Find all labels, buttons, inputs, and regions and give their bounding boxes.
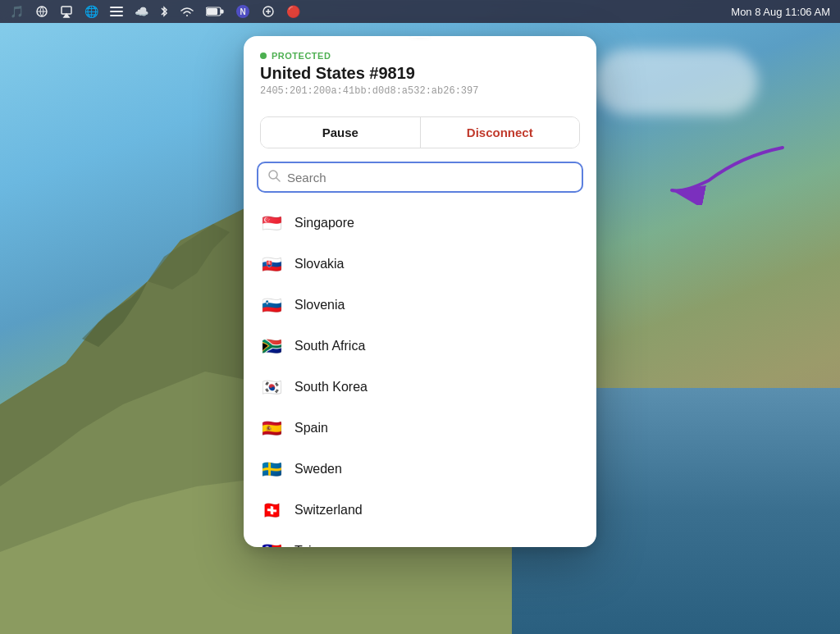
menubar-icon-multicolor[interactable]: 🔴: [286, 5, 300, 18]
menubar-icon-battery[interactable]: [206, 7, 224, 16]
country-item[interactable]: 🇿🇦South Africa: [244, 326, 596, 367]
svg-rect-13: [221, 10, 223, 13]
country-name: South Africa: [294, 339, 365, 353]
country-item[interactable]: 🇸🇮Slovenia: [244, 285, 596, 326]
vpn-popup: PROTECTED United States #9819 2405:201:2…: [244, 36, 596, 547]
country-name: South Korea: [294, 380, 368, 395]
svg-rect-14: [208, 9, 217, 15]
country-item[interactable]: 🇸🇰Slovakia: [244, 244, 596, 285]
country-name: Taiwan: [294, 544, 336, 547]
country-item[interactable]: 🇸🇬Singapore: [244, 203, 596, 244]
menubar-icon-cloud[interactable]: ☁️: [135, 5, 148, 18]
country-flag: 🇹🇼: [260, 540, 283, 547]
svg-rect-10: [110, 11, 123, 12]
status-badge: PROTECTED: [260, 51, 580, 61]
country-name: Singapore: [294, 216, 354, 230]
country-name: Spain: [294, 421, 328, 436]
svg-rect-7: [62, 7, 71, 14]
country-flag: 🇸🇰: [260, 253, 283, 276]
country-name: Slovakia: [294, 257, 344, 271]
country-item[interactable]: 🇨🇭Switzerland: [244, 490, 596, 531]
menubar-icon-bluetooth[interactable]: [160, 5, 168, 18]
search-input[interactable]: [287, 171, 572, 185]
country-flag: 🇨🇭: [260, 499, 283, 522]
country-name: Sweden: [294, 462, 342, 477]
connection-name: United States #9819: [260, 64, 580, 83]
menubar: 🎵 🌐 ☁️ N 🔴 Mon 8 Aug 11:06 AM: [0, 0, 840, 23]
menubar-icon-nordvpn[interactable]: N: [235, 4, 250, 19]
country-flag: 🇸🇮: [260, 294, 283, 317]
popup-header: PROTECTED United States #9819 2405:201:2…: [244, 36, 596, 108]
country-item[interactable]: 🇪🇸Spain: [244, 408, 596, 449]
country-flag: 🇿🇦: [260, 335, 283, 358]
country-name: Slovenia: [294, 298, 345, 312]
menubar-icon-controls[interactable]: [262, 5, 275, 18]
country-name: Switzerland: [294, 503, 363, 518]
menubar-icon-globe[interactable]: 🌐: [84, 5, 98, 18]
country-flag: 🇰🇷: [260, 376, 283, 399]
svg-text:N: N: [240, 7, 245, 16]
svg-rect-9: [110, 7, 123, 8]
clouds: [594, 49, 758, 115]
svg-line-22: [276, 178, 280, 181]
arrow-annotation: [660, 139, 791, 208]
country-flag: 🇪🇸: [260, 417, 283, 440]
menubar-icon-music[interactable]: 🎵: [10, 5, 24, 18]
menubar-right: Mon 8 Aug 11:06 AM: [731, 6, 830, 18]
country-item[interactable]: 🇸🇪Sweden: [244, 449, 596, 490]
menubar-clock: Mon 8 Aug 11:06 AM: [731, 6, 830, 18]
country-flag: 🇸🇬: [260, 212, 283, 235]
menubar-icon-wifi[interactable]: [180, 6, 194, 17]
connection-ip: 2405:201:200a:41bb:d0d8:a532:ab26:397: [260, 85, 580, 97]
menubar-icon-network[interactable]: [35, 5, 48, 18]
country-item[interactable]: 🇹🇼Taiwan: [244, 531, 596, 547]
menubar-icon-dots[interactable]: [110, 6, 123, 17]
search-box: [257, 162, 583, 193]
country-item[interactable]: 🇰🇷South Korea: [244, 367, 596, 408]
search-icon: [268, 170, 281, 185]
pause-button[interactable]: Pause: [261, 117, 421, 148]
status-text: PROTECTED: [272, 51, 331, 61]
svg-rect-11: [110, 15, 123, 16]
menubar-left-icons: 🎵 🌐 ☁️ N 🔴: [10, 4, 300, 19]
country-flag: 🇸🇪: [260, 458, 283, 481]
status-dot: [260, 52, 267, 59]
search-container: [244, 162, 596, 203]
country-list: 🇸🇬Singapore🇸🇰Slovakia🇸🇮Slovenia🇿🇦South A…: [244, 203, 596, 547]
menubar-icon-airplay[interactable]: [60, 5, 73, 18]
disconnect-button[interactable]: Disconnect: [421, 117, 580, 148]
action-buttons: Pause Disconnect: [260, 116, 580, 148]
